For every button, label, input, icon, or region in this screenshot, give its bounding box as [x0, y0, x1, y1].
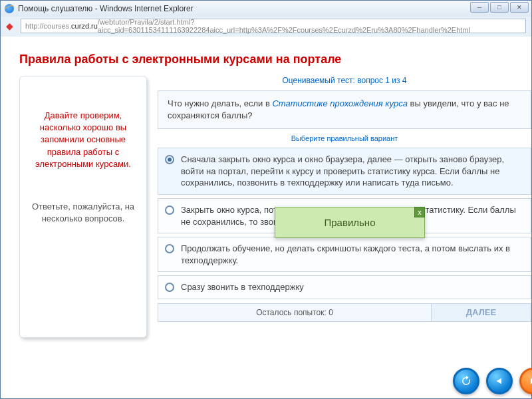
url-prefix: courses. — [44, 22, 72, 30]
refresh-icon — [460, 375, 472, 387]
question-link[interactable]: Статистике прохождения курса — [272, 98, 408, 108]
feedback-popup: x Правильно — [275, 207, 425, 238]
option-1-text: Сначала закрыть окно курса и окно браузе… — [181, 154, 524, 189]
page-content: Правила работы с электронными курсами на… — [1, 37, 531, 398]
answer-instruction: Выберите правильный вариант — [158, 134, 531, 142]
url-scheme: http:// — [25, 22, 44, 30]
radio-icon — [165, 244, 174, 253]
option-4[interactable]: Сразу звонить в техподдержку — [158, 275, 531, 299]
favicon-icon: ◆ — [6, 21, 17, 31]
option-3[interactable]: Продолжать обучение, но делать скриншоты… — [158, 237, 531, 272]
nav-forward-button[interactable] — [519, 368, 532, 394]
window-controls: ─ □ ✕ — [470, 2, 529, 13]
option-3-text: Продолжать обучение, но делать скриншоты… — [181, 243, 524, 266]
option-4-text: Сразу звонить в техподдержку — [181, 281, 524, 293]
play-forward-icon — [527, 375, 532, 387]
next-button[interactable]: ДАЛЕЕ — [432, 303, 531, 322]
nav-refresh-button[interactable] — [453, 368, 479, 394]
course-nav-buttons — [453, 368, 527, 394]
ie-icon — [5, 4, 14, 13]
play-back-icon — [493, 375, 505, 387]
quiz-progress: Оцениваемый тест: вопрос 1 из 4 — [158, 76, 531, 85]
url-host: curzd.ru — [71, 22, 98, 30]
option-1[interactable]: Сначала закрыть окно курса и окно браузе… — [158, 148, 531, 195]
course-title: Правила работы с электронными курсами на… — [19, 53, 531, 66]
intro-gray-text: Ответьте, пожалуйста, на несколько вопро… — [28, 201, 138, 225]
nav-back-button[interactable] — [486, 368, 513, 394]
popup-close-button[interactable]: x — [414, 207, 425, 217]
address-bar: ◆ http://courses.curzd.ru/webtutor/Pravi… — [1, 17, 531, 35]
url-path: /webtutor/Pravila/2/start.html?aicc_sid=… — [98, 18, 521, 34]
attempts-remaining: Осталось попыток: 0 — [158, 303, 432, 322]
feedback-text: Правильно — [275, 207, 424, 237]
maximize-button[interactable]: □ — [490, 2, 509, 13]
close-window-button[interactable]: ✕ — [510, 2, 529, 13]
question-text-pre: Что нужно делать, если в — [168, 98, 272, 108]
url-input[interactable]: http://courses.curzd.ru/webtutor/Pravila… — [21, 19, 526, 33]
window-titlebar: Помощь слушателю - Windows Internet Expl… — [1, 1, 531, 17]
window-title: Помощь слушателю - Windows Internet Expl… — [18, 4, 194, 13]
browser-window: Помощь слушателю - Windows Internet Expl… — [0, 0, 532, 399]
radio-icon — [165, 205, 174, 215]
intro-panel: Давайте проверим, насколько хорошо вы за… — [19, 76, 147, 338]
radio-icon — [165, 155, 174, 164]
quiz-footer: Осталось попыток: 0 ДАЛЕЕ — [158, 303, 531, 322]
intro-red-text: Давайте проверим, насколько хорошо вы за… — [28, 110, 138, 170]
question-box: Что нужно делать, если в Статистике прох… — [158, 90, 531, 129]
minimize-button[interactable]: ─ — [470, 2, 489, 13]
radio-icon — [165, 283, 174, 292]
